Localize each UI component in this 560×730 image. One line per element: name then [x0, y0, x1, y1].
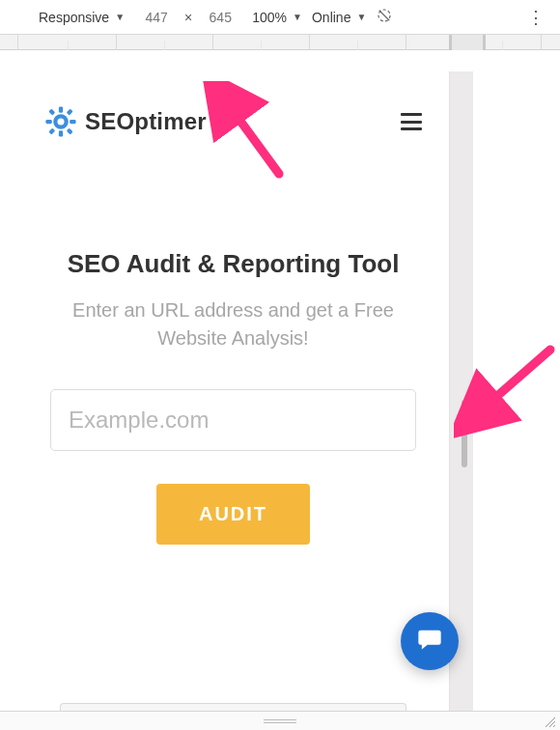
ruler [0, 35, 560, 50]
zoom-label: 100% [252, 10, 287, 25]
throttle-label: Online [312, 10, 350, 25]
hero-title: SEO Audit & Reporting Tool [50, 249, 416, 279]
caret-down-icon: ▼ [356, 12, 366, 22]
site-header: SEOptimer [44, 100, 422, 143]
viewport-width-input[interactable]: 447 [134, 10, 179, 25]
kebab-menu-icon[interactable]: ⋮ [523, 7, 548, 28]
scrollbar-thumb[interactable] [462, 400, 467, 467]
caret-down-icon: ▼ [293, 12, 302, 22]
svg-rect-5 [45, 120, 51, 124]
viewport-height-input[interactable]: 645 [198, 10, 242, 25]
svg-point-2 [55, 116, 66, 126]
svg-line-15 [553, 725, 555, 727]
device-area: SEOptimer SEO Audit & Reporting Tool Ent… [17, 71, 449, 730]
chat-icon [416, 626, 443, 657]
throttle-selector[interactable]: Online ▼ [312, 10, 366, 25]
device-frame: SEOptimer SEO Audit & Reporting Tool Ent… [17, 71, 449, 730]
viewport-dimensions: 447 × 645 [134, 10, 242, 25]
hero: SEO Audit & Reporting Tool Enter an URL … [44, 249, 422, 545]
device-selector-label: Responsive [39, 10, 109, 25]
panel-drag-bar[interactable] [0, 711, 560, 730]
audit-button[interactable]: AUDIT [156, 484, 310, 545]
svg-rect-6 [70, 120, 75, 124]
svg-line-12 [473, 350, 550, 417]
hamburger-menu-icon[interactable] [401, 113, 422, 130]
stage: SEOptimer SEO Audit & Reporting Tool Ent… [0, 50, 560, 730]
hero-subtitle: Enter an URL address and get a Free Webs… [50, 296, 416, 352]
gear-logo-icon [44, 105, 77, 138]
devtools-toolbar: Responsive ▼ 447 × 645 100% ▼ Online ▼ ⋮ [0, 0, 560, 35]
device-selector[interactable]: Responsive ▼ [39, 10, 125, 25]
resize-corner-icon[interactable] [543, 715, 556, 728]
svg-line-1 [379, 11, 390, 21]
svg-rect-10 [48, 127, 55, 134]
url-input[interactable] [50, 389, 416, 451]
rotate-icon[interactable] [376, 7, 393, 27]
page-content: SEOptimer SEO Audit & Reporting Tool Ent… [17, 71, 449, 730]
logo[interactable]: SEOptimer [44, 105, 207, 138]
drag-handle-icon [264, 719, 296, 723]
logo-text: SEOptimer [85, 108, 207, 135]
svg-rect-3 [59, 106, 63, 112]
svg-rect-8 [67, 127, 73, 134]
svg-rect-7 [48, 109, 55, 116]
svg-rect-9 [67, 109, 73, 116]
dimension-separator: × [184, 10, 192, 25]
chat-bubble-button[interactable] [401, 612, 459, 670]
svg-rect-4 [59, 130, 63, 136]
ruler-handle[interactable] [449, 35, 486, 50]
zoom-selector[interactable]: 100% ▼ [252, 10, 302, 25]
caret-down-icon: ▼ [115, 12, 125, 22]
